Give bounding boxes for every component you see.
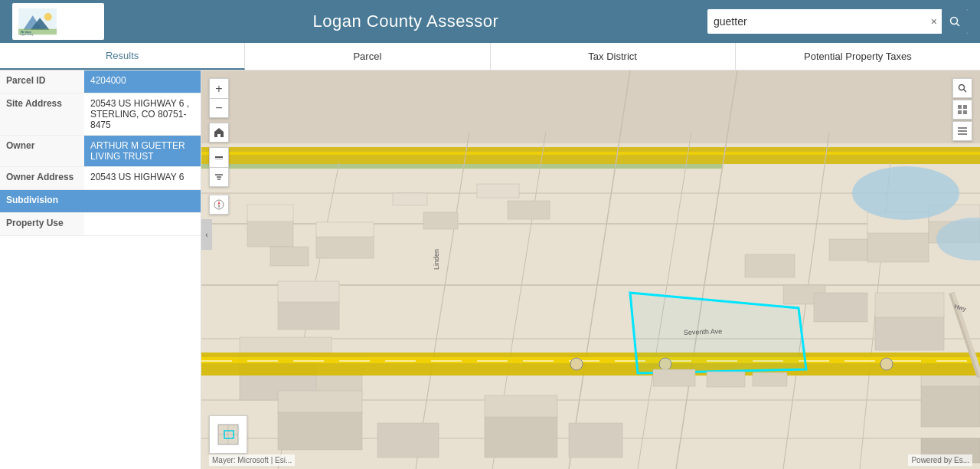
parcel-id-value: 4204000 [84, 71, 201, 93]
svg-rect-113 [958, 133, 967, 135]
map-watermark: Mayer: Microsoft | Esi... [209, 454, 295, 466]
svg-rect-72 [844, 360, 875, 362]
svg-rect-65 [523, 360, 554, 362]
home-icon [214, 127, 224, 138]
svg-point-77 [880, 358, 893, 370]
svg-rect-11 [201, 147, 980, 164]
svg-rect-56 [201, 353, 980, 376]
svg-marker-103 [218, 201, 220, 205]
svg-rect-89 [485, 415, 557, 458]
svg-rect-109 [958, 110, 962, 114]
property-use-value [84, 213, 201, 235]
subdivision-row: Subdivision [0, 190, 201, 213]
svg-marker-104 [218, 205, 220, 208]
svg-rect-14 [201, 71, 980, 143]
app-header: We Value Logan County Logan County Asses… [0, 0, 980, 43]
owner-address-row: Owner Address 20543 US HIGHWAY 6 [0, 167, 201, 190]
map-search-icon [958, 84, 967, 93]
tilt-down-button[interactable] [209, 167, 229, 187]
tab-potential-taxes[interactable]: Potential Property Taxes [736, 43, 980, 70]
tab-results[interactable]: Results [0, 43, 245, 70]
compass-icon [214, 199, 224, 210]
sidebar-collapse-button[interactable]: ‹ [201, 219, 212, 250]
svg-rect-34 [278, 300, 339, 330]
legend-button[interactable] [952, 121, 972, 141]
compass-button[interactable] [209, 195, 229, 215]
svg-rect-12 [201, 152, 980, 155]
svg-rect-33 [316, 222, 374, 237]
svg-rect-81 [653, 369, 695, 386]
parcel-id-row: Parcel ID 4204000 [0, 71, 201, 93]
svg-rect-90 [485, 395, 557, 417]
property-use-row: Property Use [0, 213, 201, 236]
svg-rect-45 [875, 293, 944, 317]
svg-text:Seventh Ave: Seventh Ave [684, 327, 723, 336]
site-address-label: Site Address [0, 93, 84, 135]
map-area[interactable]: Seventh Ave Linden Hwy + − [201, 71, 980, 469]
zoom-out-button[interactable]: − [209, 98, 229, 118]
svg-rect-32 [316, 235, 374, 258]
search-icon [949, 16, 960, 27]
search-input[interactable] [707, 15, 926, 28]
tab-tax-district[interactable]: Tax District [491, 43, 736, 70]
svg-rect-62 [385, 360, 416, 362]
map-controls-left: + − [209, 78, 229, 215]
svg-rect-110 [963, 110, 967, 114]
map-thumbnail[interactable] [209, 415, 247, 454]
svg-rect-63 [431, 360, 462, 362]
svg-rect-48 [745, 254, 795, 277]
svg-rect-54 [508, 201, 550, 219]
basemap-icon [957, 104, 968, 115]
svg-text:Logan County: Logan County [20, 33, 34, 36]
tab-parcel[interactable]: Parcel [245, 43, 490, 70]
owner-address-value: 20543 US HIGHWAY 6 [84, 167, 201, 189]
search-clear-button[interactable]: × [926, 15, 942, 28]
zoom-controls: + − [209, 78, 229, 118]
owner-label: Owner [0, 136, 84, 166]
svg-rect-82 [707, 372, 745, 387]
subdivision-value [84, 190, 201, 212]
svg-rect-61 [339, 360, 370, 362]
thumbnail-icon [217, 423, 240, 446]
svg-rect-46 [921, 385, 980, 427]
logo-area: We Value Logan County [12, 3, 104, 40]
zoom-in-button[interactable]: + [209, 78, 229, 98]
basemap-button[interactable] [952, 100, 972, 120]
svg-rect-50 [829, 239, 867, 261]
svg-rect-40 [867, 231, 929, 262]
svg-marker-96 [214, 128, 224, 137]
svg-rect-83 [753, 372, 787, 386]
svg-rect-88 [377, 423, 439, 458]
svg-rect-97 [215, 156, 223, 158]
svg-rect-108 [963, 105, 967, 109]
svg-rect-13 [201, 164, 722, 169]
site-address-row: Site Address 20543 US HIGHWAY 6 , STERLI… [0, 93, 201, 136]
svg-rect-35 [278, 281, 339, 302]
tilt-up-icon [214, 153, 224, 162]
map-search-button[interactable] [952, 78, 972, 98]
map-watermark-powered: Powered by Es... [908, 454, 972, 466]
svg-rect-55 [477, 184, 519, 198]
svg-point-3 [44, 13, 52, 21]
svg-point-7 [951, 18, 958, 25]
search-button[interactable] [942, 9, 968, 34]
search-container: × [707, 9, 968, 34]
svg-rect-53 [393, 193, 427, 205]
tilt-up-button[interactable] [209, 147, 229, 167]
svg-rect-107 [958, 105, 962, 109]
tilt-down-icon [214, 172, 224, 182]
svg-rect-91 [569, 423, 622, 458]
svg-rect-30 [247, 205, 293, 221]
svg-point-75 [570, 358, 583, 370]
property-use-label: Property Use [0, 213, 84, 235]
svg-point-105 [959, 85, 965, 90]
svg-rect-98 [215, 159, 223, 159]
svg-line-8 [957, 24, 960, 27]
owner-address-label: Owner Address [0, 167, 84, 189]
app-title: Logan County Assessor [116, 11, 695, 31]
svg-rect-112 [958, 130, 967, 132]
tilt-controls [209, 147, 229, 187]
svg-rect-87 [278, 391, 362, 412]
svg-rect-58 [201, 360, 232, 362]
home-button[interactable] [209, 123, 229, 143]
